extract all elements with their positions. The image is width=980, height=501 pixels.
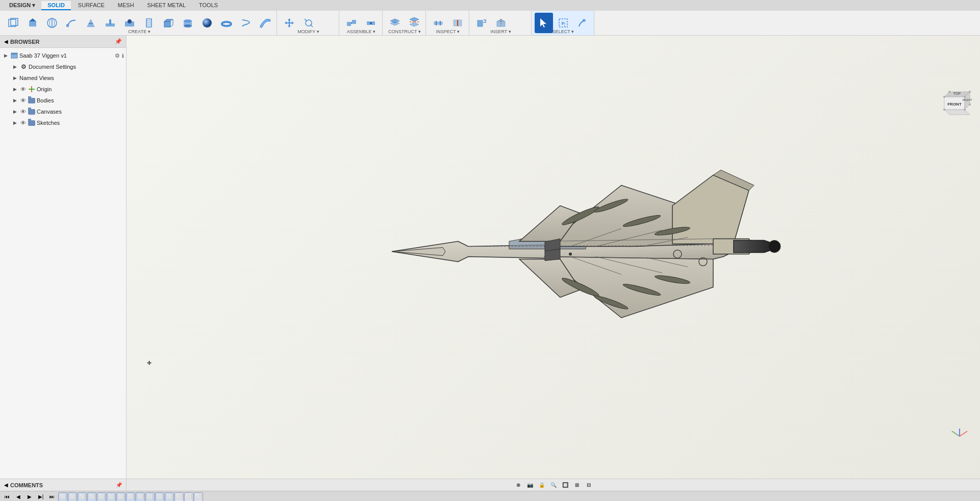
- timeline-item-14[interactable]: ⬜: [184, 492, 193, 502]
- tab-tools[interactable]: TOOLS: [193, 1, 224, 10]
- assemble-label: ASSEMBLE ▾: [347, 29, 375, 34]
- frame-btn[interactable]: 🔲: [560, 481, 570, 490]
- timeline-item-10[interactable]: ⬜: [145, 492, 155, 502]
- tree-arrow-canvases[interactable]: ▶: [11, 108, 18, 115]
- go-to-end-btn[interactable]: ⏭: [47, 492, 57, 502]
- tree-eye-sketches[interactable]: 👁: [19, 119, 27, 126]
- bottom-toolbar: ⏮ ◀ ▶ ▶| ⏭ ⬜ ⬜ ⬜ ⬜ ⬜ ⬜ ⬜ ⬜ ⬜ ⬜ ⬜ ⬜ ⬜ ⬜ ⬜: [0, 491, 980, 501]
- tree-item-canvases[interactable]: ▶ 👁 Canvases: [0, 106, 126, 117]
- tab-sheet-metal[interactable]: SHEET METAL: [141, 1, 192, 10]
- grid-btn[interactable]: ⊞: [572, 481, 582, 490]
- timeline-item-3[interactable]: ⬜: [78, 492, 87, 502]
- browser-collapse-icon[interactable]: ◀: [4, 39, 8, 44]
- tree-eye-origin[interactable]: 👁: [19, 86, 27, 93]
- pipe-btn[interactable]: [256, 13, 274, 33]
- timeline-item-6[interactable]: ⬜: [107, 492, 116, 502]
- tree-arrow-named-views[interactable]: ▶: [11, 74, 18, 82]
- svg-marker-48: [483, 19, 486, 22]
- timeline-item-13[interactable]: ⬜: [174, 492, 184, 502]
- tab-surface[interactable]: SURFACE: [72, 1, 111, 10]
- timeline-item-11[interactable]: ⬜: [155, 492, 164, 502]
- extrude-btn[interactable]: [23, 13, 42, 33]
- timeline-item-5[interactable]: ⬜: [97, 492, 106, 502]
- toolbar-section-inspect: INSPECT ▾: [427, 11, 469, 35]
- timeline-item-15[interactable]: ⬜: [194, 492, 203, 502]
- tree-item-doc-settings[interactable]: ▶ ⚙ Document Settings: [0, 61, 126, 72]
- toolbar-row: CREATE ▾ MODIFY ▾: [0, 11, 980, 35]
- tree-eye-bodies[interactable]: 👁: [19, 97, 27, 104]
- svg-rect-34: [367, 21, 370, 25]
- coil-btn[interactable]: [237, 13, 255, 33]
- new-component-btn[interactable]: [4, 13, 22, 33]
- timeline-item-1[interactable]: ⬜: [58, 492, 67, 502]
- revolve-btn[interactable]: [43, 13, 61, 33]
- cylinder-btn[interactable]: [179, 13, 197, 33]
- svg-marker-38: [390, 19, 399, 23]
- play-btn[interactable]: ▶: [24, 492, 35, 502]
- tree-arrow-doc-settings[interactable]: ▶: [11, 63, 18, 70]
- timeline-item-8[interactable]: ⬜: [126, 492, 135, 502]
- comments-collapse-btn[interactable]: ◀: [4, 482, 8, 488]
- insert-derive-btn[interactable]: [472, 13, 491, 33]
- lock-btn[interactable]: 🔒: [537, 481, 547, 490]
- svg-text:FRONT: FRONT: [947, 102, 962, 107]
- loft-btn[interactable]: [82, 13, 100, 33]
- svg-marker-53: [540, 18, 546, 28]
- timeline-item-4[interactable]: ⬜: [87, 492, 96, 502]
- view-btn[interactable]: ⊟: [584, 481, 594, 490]
- viewport[interactable]: FRONT RIGHT TOP: [127, 36, 980, 479]
- coil-icon: [240, 17, 252, 29]
- torus-btn[interactable]: [217, 13, 236, 33]
- sweep-btn[interactable]: [62, 13, 81, 33]
- coord-axes: [949, 426, 970, 448]
- zoom-btn[interactable]: 🔍: [548, 481, 559, 490]
- grid-settings-btn[interactable]: ⊕: [513, 481, 523, 490]
- tree-arrow-sketches[interactable]: ▶: [11, 119, 18, 126]
- tree-item-bodies[interactable]: ▶ 👁 Bodies: [0, 95, 126, 106]
- tree-arrow-origin[interactable]: ▶: [11, 86, 18, 93]
- camera-btn[interactable]: 📷: [525, 481, 535, 490]
- timeline-item-12[interactable]: ⬜: [165, 492, 174, 502]
- box-btn[interactable]: [159, 13, 178, 33]
- timeline-item-9[interactable]: ⬜: [136, 492, 145, 502]
- rib-icon: [105, 17, 116, 29]
- rib-btn[interactable]: [101, 13, 119, 33]
- tree-root-label: Saab 37 Viggen v1: [19, 52, 113, 59]
- step-forward-btn[interactable]: ▶|: [36, 492, 46, 502]
- tree-item-origin[interactable]: ▶ 👁 Origin: [0, 84, 126, 95]
- browser-pin-icon[interactable]: 📌: [115, 38, 122, 45]
- tree-item-sketches[interactable]: ▶ 👁 Sketches: [0, 117, 126, 128]
- tab-solid[interactable]: SOLID: [41, 1, 71, 10]
- tree-root-arrow[interactable]: ▶: [2, 52, 9, 59]
- tab-mesh[interactable]: MESH: [112, 1, 140, 10]
- scale-icon: [303, 17, 314, 29]
- tree-root-gear[interactable]: ⚙: [114, 52, 121, 59]
- cylinder-icon: [182, 17, 193, 29]
- go-to-start-btn[interactable]: ⏮: [2, 492, 12, 502]
- main-area: ◀ BROWSER 📌 ▶ Saab 37 Viggen v1 ⚙ ℹ: [0, 36, 980, 479]
- tree-root-item[interactable]: ▶ Saab 37 Viggen v1 ⚙ ℹ: [0, 50, 126, 61]
- svg-rect-36: [370, 22, 372, 24]
- browser-header-left: ◀ BROWSER: [4, 39, 39, 45]
- timeline-item-2[interactable]: ⬜: [68, 492, 77, 502]
- paint-select-btn[interactable]: [573, 13, 592, 33]
- tree-arrow-bodies[interactable]: ▶: [11, 97, 18, 104]
- insert-label: INSERT ▾: [490, 29, 511, 34]
- tree-eye-canvases[interactable]: 👁: [19, 108, 27, 115]
- sphere-btn[interactable]: [198, 13, 216, 33]
- svg-marker-8: [87, 19, 95, 27]
- select-label: SELECT ▾: [552, 29, 574, 34]
- tree-icon-origin: [28, 85, 36, 93]
- step-back-btn[interactable]: ◀: [13, 492, 23, 502]
- timeline-item-7[interactable]: ⬜: [116, 492, 125, 502]
- design-dropdown[interactable]: DESIGN ▾: [4, 1, 40, 10]
- select-btn[interactable]: [535, 13, 553, 33]
- tree-icon-sketches: [28, 119, 36, 127]
- sphere-icon: [202, 17, 213, 29]
- view-cube[interactable]: FRONT RIGHT TOP: [934, 82, 975, 122]
- browser-title: BROWSER: [10, 39, 39, 45]
- move-btn[interactable]: [280, 13, 298, 33]
- tree-item-named-views[interactable]: ▶ Named Views: [0, 72, 126, 84]
- tree-root-info[interactable]: ℹ: [122, 53, 124, 59]
- comments-pin-btn[interactable]: 📌: [116, 482, 122, 488]
